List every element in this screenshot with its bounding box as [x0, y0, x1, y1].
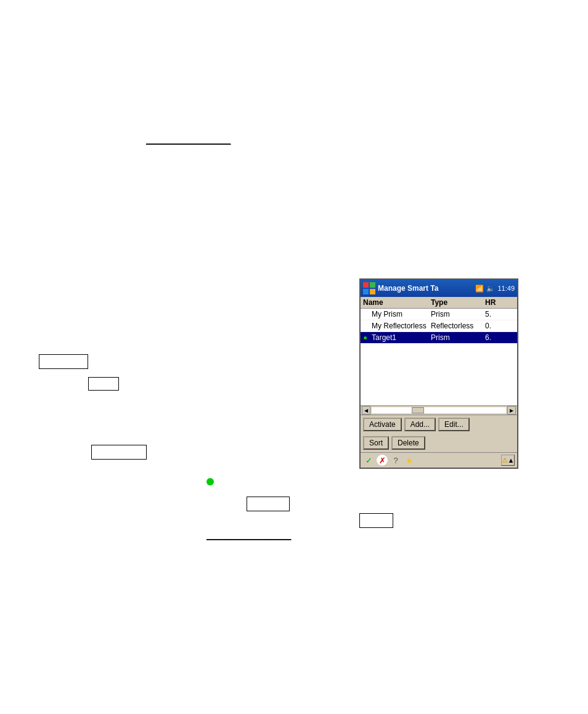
annotation-box-2: [88, 377, 119, 391]
warning-button[interactable]: ⚠ ▲: [501, 455, 515, 466]
svg-rect-0: [363, 282, 369, 288]
title-bar-icons: 📶 🔈 11:49: [475, 285, 515, 293]
status-bar: ✓ ✗ ? ★ ⚠ ▲: [361, 452, 517, 468]
scroll-track[interactable]: [372, 407, 506, 413]
table-row[interactable]: My Reflectorless Reflectorless 0.: [361, 320, 517, 332]
cell-type-1: Prism: [431, 310, 485, 318]
scroll-thumb[interactable]: [412, 407, 424, 413]
annotation-box-5: [359, 513, 393, 528]
edit-button[interactable]: Edit...: [438, 418, 470, 431]
status-error-icon[interactable]: ✗: [377, 455, 388, 466]
cell-hr-2: 0.: [485, 322, 510, 330]
horizontal-scrollbar[interactable]: ◀ ▶: [361, 405, 517, 415]
target-table: Name Type HR My Prism Prism 5. My Reflec…: [361, 297, 517, 405]
underline-annotation-2: ___________________: [206, 531, 291, 540]
cell-type-3: Prism: [431, 333, 485, 342]
volume-icon: 🔈: [486, 285, 495, 293]
svg-rect-2: [363, 289, 369, 294]
column-header-type: Type: [431, 298, 485, 307]
cell-type-2: Reflectorless: [431, 322, 485, 330]
delete-button[interactable]: Delete: [391, 436, 425, 450]
cell-hr-1: 5.: [485, 310, 510, 318]
underline-annotation-1: ___________________: [146, 136, 231, 145]
cell-name-1: My Prism: [372, 310, 431, 318]
title-bar: Manage Smart Ta 📶 🔈 11:49: [361, 280, 517, 297]
window-title: Manage Smart Ta: [378, 284, 473, 293]
table-row[interactable]: My Prism Prism 5.: [361, 309, 517, 320]
row-icon-3: ●: [363, 333, 372, 342]
cell-name-2: My Reflectorless: [372, 322, 431, 330]
clock-time: 11:49: [497, 285, 515, 292]
column-header-hr: HR: [485, 298, 510, 307]
cell-name-3: Target1: [372, 333, 431, 342]
scroll-left-button[interactable]: ◀: [362, 406, 370, 415]
status-star-icon[interactable]: ★: [404, 455, 415, 466]
column-header-name: Name: [363, 298, 431, 307]
annotation-box-3: [91, 445, 147, 460]
add-button[interactable]: Add...: [404, 418, 436, 431]
activate-button[interactable]: Activate: [363, 418, 402, 431]
svg-rect-1: [370, 282, 375, 288]
warning-icon: ⚠: [502, 456, 508, 465]
device-window: Manage Smart Ta 📶 🔈 11:49 Name Type HR M…: [359, 278, 518, 469]
antenna-icon: 📶: [475, 285, 484, 293]
table-header: Name Type HR: [361, 297, 517, 309]
annotation-box-4: [247, 497, 290, 511]
warning-arrow: ▲: [508, 456, 515, 464]
button-row-2: Sort Delete: [361, 434, 517, 452]
sort-button[interactable]: Sort: [363, 436, 389, 450]
scroll-right-button[interactable]: ▶: [507, 406, 516, 415]
table-empty-area: [361, 344, 517, 405]
status-ok-icon[interactable]: ✓: [363, 455, 374, 466]
svg-rect-3: [370, 289, 375, 294]
annotation-box-1: [39, 354, 88, 369]
table-row[interactable]: ● Target1 Prism 6.: [361, 332, 517, 344]
green-dot-indicator: [206, 478, 214, 485]
status-help-icon[interactable]: ?: [390, 455, 401, 466]
cell-hr-3: 6.: [485, 333, 510, 342]
windows-logo-icon: [363, 282, 375, 294]
button-row-1: Activate Add... Edit...: [361, 415, 517, 434]
